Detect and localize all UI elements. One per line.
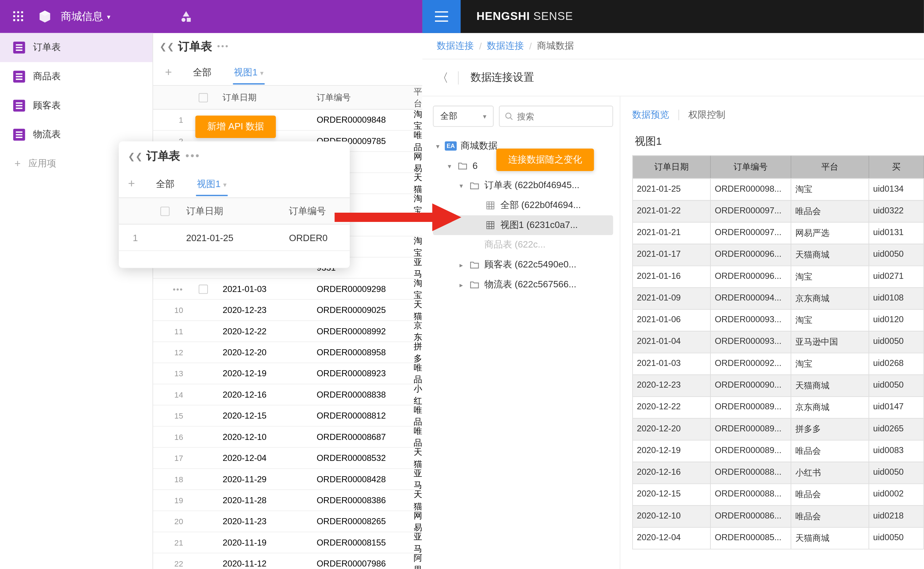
row-more-icon[interactable]: •••: [173, 284, 183, 294]
table-row[interactable]: 21 2020-11-19 ORDER00008155 亚马: [153, 532, 423, 553]
table-row[interactable]: 2021-01-04 ORDER000093... 亚马逊中国 uid0050: [633, 331, 924, 352]
tree-node-customers[interactable]: ▸顾客表 (622c5490e0...: [433, 255, 613, 275]
cell-platform: 唯品会: [792, 440, 869, 462]
col-date[interactable]: 订单日期: [178, 198, 284, 224]
sidebar-item-products[interactable]: 商品表: [0, 62, 152, 91]
apps-grid-icon[interactable]: [5, 0, 32, 33]
table-row[interactable]: 1 2021-01-25 ORDER00009848 淘宝: [153, 110, 423, 131]
tree-node-orders[interactable]: ▾订单表 (622b0f46945...: [433, 176, 613, 196]
table-row[interactable]: 2021-01-16 ORDER000096... 淘宝 uid0271: [633, 266, 924, 288]
breadcrumb-link[interactable]: 数据连接: [437, 40, 474, 52]
col-platform[interactable]: 平台: [410, 86, 422, 109]
row-checkbox[interactable]: [199, 284, 208, 294]
more-icon[interactable]: •••: [185, 150, 200, 162]
col-date[interactable]: 订单日期: [216, 86, 313, 109]
table-row[interactable]: 16 2020-12-10 ORDER00008687 唯品: [153, 427, 423, 448]
collapse-icon[interactable]: ❮❮: [128, 151, 143, 161]
cell-date: 2020-12-04: [633, 527, 711, 549]
search-box[interactable]: [499, 106, 613, 126]
add-view-button[interactable]: +: [165, 65, 172, 79]
table-row[interactable]: 2021-01-06 ORDER000093... 淘宝 uid0120: [633, 309, 924, 331]
table-row[interactable]: 2021-01-22 ORDER000097... 唯品会 uid0322: [633, 200, 924, 222]
cell-platform: 唯品: [410, 363, 422, 384]
table-row[interactable]: 2021-01-17 ORDER000096... 天猫商城 uid0050: [633, 243, 924, 265]
table-row[interactable]: 22 2020-11-12 ORDER00007986 阿里: [153, 553, 423, 569]
table-row[interactable]: 12 2020-12-20 ORDER00008958 拼多: [153, 342, 423, 363]
shapes-icon[interactable]: [173, 0, 199, 33]
preview-title: 视图1: [632, 135, 924, 149]
add-view-button[interactable]: +: [128, 177, 135, 191]
brand-bold: HENGSHI: [476, 10, 530, 23]
cell-platform: 拼多: [410, 342, 422, 363]
table-row[interactable]: 2020-12-04 ORDER000085... 天猫商城 uid0050: [633, 527, 924, 549]
table-row[interactable]: 13 2020-12-19 ORDER00008923 唯品: [153, 363, 423, 384]
col-date[interactable]: 订单日期: [633, 156, 711, 178]
table-row[interactable]: 15 2020-12-15 ORDER00008812 唯品: [153, 405, 423, 426]
breadcrumb: 数据连接 / 数据连接 / 商城数据: [422, 33, 924, 59]
table-row[interactable]: 18 2020-11-29 ORDER00008428 亚马: [153, 469, 423, 490]
cell-order: ORDER000085...: [711, 527, 792, 549]
cell-platform: 网易严选: [792, 222, 869, 243]
table-row[interactable]: 2020-12-15 ORDER000088... 唯品会 uid0002: [633, 483, 924, 505]
table-row[interactable]: ••• 2021-01-03 ORDER00009298 淘宝: [153, 279, 423, 300]
table-row[interactable]: 2020-12-19 ORDER000089... 唯品会 uid0083: [633, 440, 924, 462]
svg-rect-3: [13, 15, 15, 17]
tab-all[interactable]: 全部: [155, 173, 176, 195]
table-row[interactable]: 2020-12-20 ORDER000089... 拼多多 uid0265: [633, 418, 924, 440]
sidebar-item-label: 物流表: [33, 129, 61, 140]
select-all-checkbox[interactable]: [160, 206, 170, 216]
cell-buyer: uid0134: [869, 178, 924, 200]
tab-permissions[interactable]: 权限控制: [688, 109, 725, 120]
table-row[interactable]: 1 2021-01-25 ORDER0: [119, 224, 350, 251]
tree-node-products[interactable]: 商品表 (622c...: [433, 235, 613, 255]
tab-view1[interactable]: 视图1▾: [233, 61, 265, 84]
select-all-checkbox[interactable]: [199, 93, 208, 102]
table-row[interactable]: 2020-12-22 ORDER000089... 京东商城 uid0147: [633, 396, 924, 418]
table-row[interactable]: 14 2020-12-16 ORDER00008838 小红: [153, 385, 423, 405]
chevron-down-icon[interactable]: ▾: [107, 13, 110, 20]
filter-select[interactable]: 全部 ▾: [433, 106, 494, 126]
table-row[interactable]: 10 2020-12-23 ORDER00009025 天猫: [153, 300, 423, 321]
tab-view1-label: 视图1: [197, 178, 220, 189]
cell-order: ORDER00009848: [313, 110, 410, 130]
breadcrumb-link[interactable]: 数据连接: [487, 40, 524, 52]
svg-rect-6: [13, 19, 15, 21]
tab-data-preview[interactable]: 数据预览: [632, 109, 669, 120]
cell-buyer: uid0050: [869, 374, 924, 396]
table-row[interactable]: 17 2020-12-04 ORDER00008532 天猫: [153, 448, 423, 469]
cell-buyer: uid0268: [869, 353, 924, 374]
tab-view1[interactable]: 视图1▾: [196, 173, 228, 195]
table-row[interactable]: 20 2020-11-23 ORDER00008265 网易: [153, 511, 423, 532]
folder-icon: [469, 261, 480, 269]
table-row[interactable]: 2020-12-23 ORDER000090... 天猫商城 uid0050: [633, 374, 924, 396]
sidebar-item-customers[interactable]: 顾客表: [0, 91, 152, 120]
cell-order: ORDER00008687: [313, 427, 410, 447]
table-row[interactable]: 2021-01-03 ORDER000092... 淘宝 uid0268: [633, 353, 924, 374]
table-row[interactable]: 2021-01-25 ORDER000098... 淘宝 uid0134: [633, 178, 924, 200]
sidebar-item-orders[interactable]: 订单表: [0, 33, 152, 62]
collapse-icon[interactable]: ❮❮: [159, 41, 174, 51]
chevron-down-icon[interactable]: ▾: [223, 181, 226, 188]
col-order[interactable]: 订单编号: [711, 156, 792, 178]
back-arrow-icon[interactable]: 〈: [437, 70, 449, 86]
more-icon[interactable]: •••: [217, 42, 229, 51]
cell-order: ORDER000089...: [711, 418, 792, 440]
search-input[interactable]: [517, 111, 607, 121]
cell-date: 2020-11-23: [216, 511, 313, 532]
grid-icon: [484, 201, 496, 209]
col-platform[interactable]: 平台: [792, 156, 869, 178]
table-row[interactable]: 2020-12-10 ORDER000086... 唯品会 uid0218: [633, 505, 924, 527]
col-buyer[interactable]: 买: [869, 156, 924, 178]
hamburger-menu[interactable]: [422, 0, 461, 33]
table-row[interactable]: 11 2020-12-22 ORDER00008992 京东: [153, 321, 423, 342]
table-row[interactable]: 19 2020-11-28 ORDER00008386 天猫: [153, 490, 423, 511]
tree-node-logistics[interactable]: ▸物流表 (622c567566...: [433, 275, 613, 295]
table-row[interactable]: 2020-12-16 ORDER000088... 小红书 uid0050: [633, 462, 924, 483]
table-row[interactable]: 2021-01-09 ORDER000094... 京东商城 uid0108: [633, 288, 924, 309]
chevron-down-icon[interactable]: ▾: [260, 69, 263, 76]
brand-label: HENGSHI SENSE: [476, 10, 573, 23]
table-row[interactable]: 2021-01-21 ORDER000097... 网易严选 uid0131: [633, 222, 924, 243]
tab-all[interactable]: 全部: [191, 61, 212, 84]
cell-date: 2020-11-19: [216, 532, 313, 553]
col-order[interactable]: 订单编号: [313, 86, 410, 109]
